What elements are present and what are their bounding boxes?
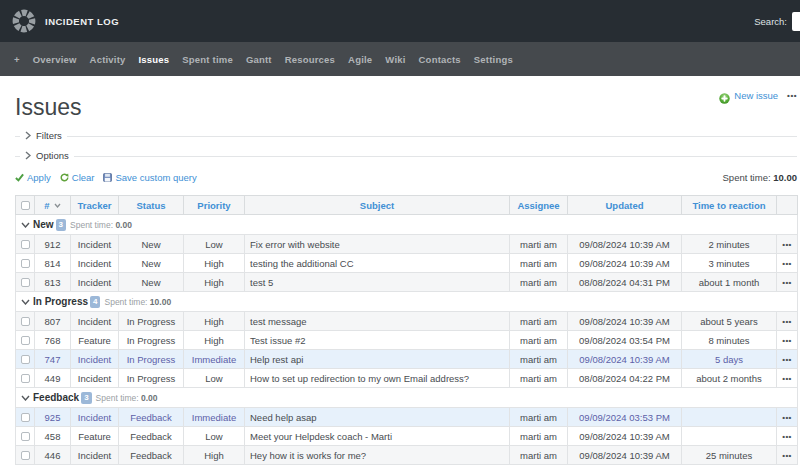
table-header-row: # Tracker Status Priority Subject Assign…: [16, 196, 798, 215]
col-header-tracker[interactable]: Tracker: [71, 196, 119, 215]
nav-item-wiki[interactable]: Wiki: [385, 54, 405, 65]
issue-row[interactable]: 446 Incident Feedback High Hey how it is…: [16, 446, 798, 465]
group-count-badge: 3: [81, 392, 91, 404]
group-row-in-progress[interactable]: In Progress 4 Spent time: 10.00: [16, 292, 798, 312]
page-more-actions-icon[interactable]: •••: [787, 91, 797, 100]
issue-subject[interactable]: test message: [245, 312, 510, 331]
col-header-assignee[interactable]: Assignee: [510, 196, 568, 215]
nav-item-plus[interactable]: +: [14, 54, 20, 65]
select-all-cell: [16, 196, 35, 215]
group-name: In Progress: [33, 296, 88, 307]
filters-toggle[interactable]: Filters: [20, 130, 67, 141]
apply-label: Apply: [27, 172, 51, 183]
options-fieldset: Options: [15, 156, 797, 157]
row-actions-icon[interactable]: •••: [777, 451, 797, 460]
row-checkbox[interactable]: [21, 278, 30, 287]
issue-subject[interactable]: Test issue #2: [245, 331, 510, 350]
row-actions-icon[interactable]: •••: [777, 317, 797, 326]
issue-subject[interactable]: Fix error with website: [245, 235, 510, 254]
issue-subject[interactable]: How to set up redirection to my own Emai…: [245, 369, 510, 388]
nav-item-activity[interactable]: Activity: [90, 54, 126, 65]
row-actions-icon[interactable]: •••: [777, 355, 797, 364]
chevron-down-icon[interactable]: [21, 395, 30, 401]
group-spent-time: Spent time: 10.00: [104, 297, 171, 307]
contextual-actions: New issue •••: [719, 90, 797, 101]
issue-subject[interactable]: Hey how it is works for me?: [245, 446, 510, 465]
nav-item-contacts[interactable]: Contacts: [419, 54, 461, 65]
row-actions-icon[interactable]: •••: [777, 240, 797, 249]
issues-table: # Tracker Status Priority Subject Assign…: [15, 195, 798, 465]
chevron-right-icon: [25, 131, 31, 140]
group-row-new[interactable]: New 3 Spent time: 0.00: [16, 215, 798, 235]
new-issue-button[interactable]: New issue: [734, 90, 778, 101]
nav-item-spent-time[interactable]: Spent time: [182, 54, 233, 65]
nav-item-resources[interactable]: Resources: [285, 54, 335, 65]
row-actions-icon[interactable]: •••: [777, 336, 797, 345]
group-name: Feedback: [33, 392, 79, 403]
chevron-right-icon: [25, 151, 31, 160]
issue-subject[interactable]: Need help asap: [245, 408, 510, 427]
row-actions-icon[interactable]: •••: [777, 259, 797, 268]
group-spent-time: Spent time: 0.00: [70, 220, 132, 230]
issue-row[interactable]: 814 Incident New High testing the additi…: [16, 254, 798, 273]
issue-row[interactable]: 768 Feature In Progress High Test issue …: [16, 331, 798, 350]
filters-label: Filters: [36, 130, 62, 141]
brand-title: INCIDENT LOG: [45, 16, 119, 27]
col-header-priority[interactable]: Priority: [184, 196, 245, 215]
row-checkbox[interactable]: [21, 451, 30, 460]
search-input[interactable]: [792, 12, 800, 31]
row-checkbox[interactable]: [21, 374, 30, 383]
issue-subject[interactable]: Help rest api: [245, 350, 510, 369]
search-label: Search:: [754, 16, 787, 27]
issue-row[interactable]: 458 Feature Feedback Low Meet your Helpd…: [16, 427, 798, 446]
row-actions-icon[interactable]: •••: [777, 374, 797, 383]
clear-button[interactable]: Clear: [60, 172, 95, 183]
spent-time-value: 10.00: [773, 172, 797, 183]
issue-row[interactable]: 807 Incident In Progress High test messa…: [16, 312, 798, 331]
content-area: New issue ••• Issues Filters Options: [0, 76, 800, 465]
issue-row-highlighted[interactable]: 747 Incident In Progress Immediate Help …: [16, 350, 798, 369]
main-nav: + Overview Activity Issues Spent time Ga…: [0, 42, 800, 76]
row-checkbox[interactable]: [21, 432, 30, 441]
nav-item-issues[interactable]: Issues: [139, 54, 170, 65]
filters-fieldset: Filters: [15, 136, 797, 137]
nav-item-settings[interactable]: Settings: [474, 54, 513, 65]
save-custom-query-button[interactable]: Save custom query: [103, 172, 196, 183]
app-logo-icon[interactable]: [12, 9, 36, 33]
row-actions-icon[interactable]: •••: [777, 413, 797, 422]
col-header-actions: [777, 196, 798, 215]
row-checkbox[interactable]: [21, 317, 30, 326]
issue-subject[interactable]: Meet your Helpdesk coach - Marti: [245, 427, 510, 446]
row-checkbox[interactable]: [21, 355, 30, 364]
row-checkbox[interactable]: [21, 336, 30, 345]
issue-row[interactable]: 912 Incident New Low Fix error with webs…: [16, 235, 798, 254]
row-checkbox[interactable]: [21, 259, 30, 268]
row-actions-icon[interactable]: •••: [777, 278, 797, 287]
query-toolbar: Apply Clear Save custom query Spent time…: [15, 170, 797, 184]
apply-button[interactable]: Apply: [15, 172, 51, 183]
col-header-updated[interactable]: Updated: [568, 196, 682, 215]
reload-icon: [60, 173, 69, 182]
row-checkbox[interactable]: [21, 413, 30, 422]
issue-row[interactable]: 449 Incident In Progress Low How to set …: [16, 369, 798, 388]
nav-item-gantt[interactable]: Gantt: [246, 54, 272, 65]
issue-row[interactable]: 813 Incident New High test 5 marti am 08…: [16, 273, 798, 292]
chevron-down-icon[interactable]: [21, 222, 30, 228]
nav-item-overview[interactable]: Overview: [33, 54, 77, 65]
sort-desc-icon: [54, 203, 61, 208]
col-header-subject[interactable]: Subject: [245, 196, 510, 215]
chevron-down-icon[interactable]: [21, 299, 30, 305]
select-all-checkbox[interactable]: [21, 201, 30, 210]
col-header-status[interactable]: Status: [119, 196, 184, 215]
col-header-id[interactable]: #: [35, 196, 71, 215]
nav-item-agile[interactable]: Agile: [348, 54, 372, 65]
issue-subject[interactable]: test 5: [245, 273, 510, 292]
issue-subject[interactable]: testing the additional CC: [245, 254, 510, 273]
col-header-ttr[interactable]: Time to reaction: [682, 196, 777, 215]
options-label: Options: [36, 150, 69, 161]
row-checkbox[interactable]: [21, 240, 30, 249]
issue-row-highlighted[interactable]: 925 Incident Feedback Immediate Need hel…: [16, 408, 798, 427]
group-row-feedback[interactable]: Feedback 3 Spent time: 0.00: [16, 388, 798, 408]
row-actions-icon[interactable]: •••: [777, 432, 797, 441]
options-toggle[interactable]: Options: [20, 150, 74, 161]
